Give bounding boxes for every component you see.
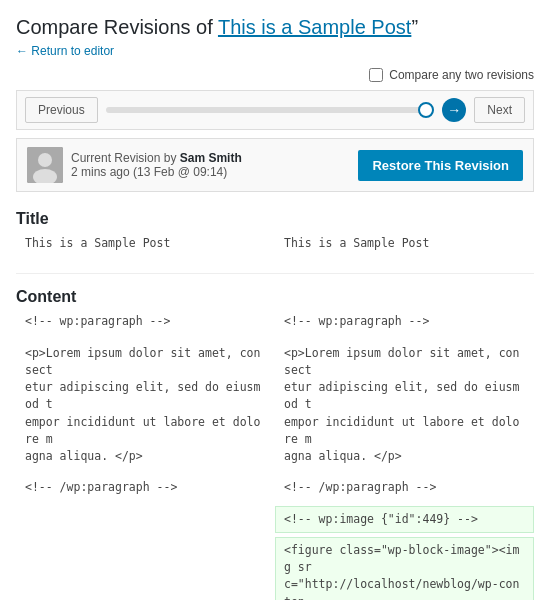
content-block-4-right: <figure class="wp-block-image"><img sr c… (275, 537, 534, 600)
content-block-0: <!-- wp:paragraph --> <!-- wp:paragraph … (16, 308, 534, 335)
revision-time: 2 mins ago (13 Feb @ 09:14) (71, 165, 242, 179)
content-block-2-right: <!-- /wp:paragraph --> (275, 474, 534, 501)
revision-author: Sam Smith (180, 151, 242, 165)
slider-row: Previous → Next (16, 90, 534, 130)
avatar (27, 147, 63, 183)
revision-info-left: Current Revision by Sam Smith 2 mins ago… (27, 147, 242, 183)
section-heading-title: Title (16, 210, 49, 228)
revision-meta: Current Revision by Sam Smith 2 mins ago… (71, 151, 242, 179)
svg-point-1 (38, 153, 52, 167)
title-diff-cols: This is a Sample Post This is a Sample P… (16, 230, 534, 257)
section-heading-content: Content (16, 288, 76, 306)
revision-info-bar: Current Revision by Sam Smith 2 mins ago… (16, 138, 534, 192)
content-block-0-right: <!-- wp:paragraph --> (275, 308, 534, 335)
compare-row: Compare any two revisions (16, 68, 534, 82)
slider-thumb[interactable] (418, 102, 434, 118)
compare-label: Compare any two revisions (389, 68, 534, 82)
diff-sections: Title This is a Sample Post This is a Sa… (16, 204, 534, 600)
diff-section-title: Title This is a Sample Post This is a Sa… (16, 204, 534, 257)
title-left: This is a Sample Post (16, 230, 275, 257)
content-block-4-left (16, 537, 275, 600)
return-to-editor-link[interactable]: Return to editor (16, 44, 114, 58)
slider-track[interactable] (106, 107, 435, 113)
divider (16, 273, 534, 274)
content-block-3: <!-- wp:image {"id":449} --> (16, 506, 534, 533)
compare-checkbox[interactable] (369, 68, 383, 82)
post-title-link[interactable]: This is a Sample Post (218, 16, 411, 38)
page-title: Compare Revisions of This is a Sample Po… (16, 16, 534, 39)
content-block-3-right: <!-- wp:image {"id":449} --> (275, 506, 534, 533)
content-block-2: <!-- /wp:paragraph --> <!-- /wp:paragrap… (16, 474, 534, 501)
restore-button[interactable]: Restore This Revision (358, 150, 523, 181)
content-block-1-right: <p>Lorem ipsum dolor sit amet, consect e… (275, 340, 534, 471)
previous-button[interactable]: Previous (25, 97, 98, 123)
content-block-3-left (16, 506, 275, 533)
content-block-4: <figure class="wp-block-image"><img sr c… (16, 537, 534, 600)
content-block-1: <p>Lorem ipsum dolor sit amet, consect e… (16, 340, 534, 471)
avatar-image (27, 147, 63, 183)
content-block-0-left: <!-- wp:paragraph --> (16, 308, 275, 335)
title-right: This is a Sample Post (275, 230, 534, 257)
content-block-2-left: <!-- /wp:paragraph --> (16, 474, 275, 501)
next-button[interactable]: Next (474, 97, 525, 123)
diff-section-content: Content <!-- wp:paragraph --> <!-- wp:pa… (16, 282, 534, 600)
content-block-1-left: <p>Lorem ipsum dolor sit amet, consect e… (16, 340, 275, 471)
arrow-button[interactable]: → (442, 98, 466, 122)
